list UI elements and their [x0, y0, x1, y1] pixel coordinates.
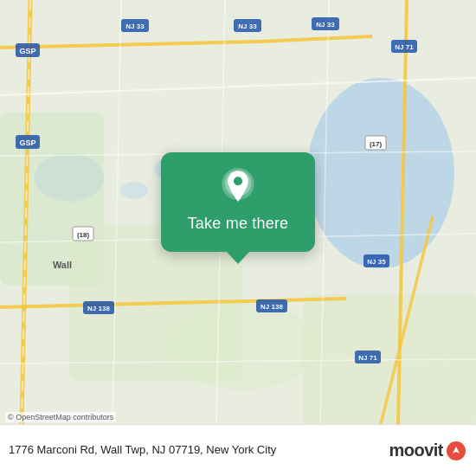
take-me-card[interactable]: Take me there: [161, 152, 315, 252]
moovit-text: moovit: [389, 441, 443, 460]
svg-point-1: [307, 78, 454, 268]
moovit-dot: [447, 441, 466, 460]
svg-point-8: [164, 303, 320, 389]
osm-attribution: © OpenStreetMap contributors: [5, 412, 116, 422]
svg-text:NJ 138: NJ 138: [261, 303, 283, 311]
location-pin-icon: [219, 168, 257, 206]
map-container: GSP GSP NJ 33 NJ 33 NJ 33 NJ 71 (17) (18…: [0, 0, 476, 424]
svg-point-50: [234, 177, 242, 185]
svg-text:GSP: GSP: [19, 138, 35, 147]
bottom-bar: 1776 Marconi Rd, Wall Twp, NJ 07719, New…: [0, 424, 476, 476]
svg-text:NJ 71: NJ 71: [358, 354, 377, 362]
svg-text:NJ 33: NJ 33: [125, 23, 145, 30]
svg-text:Wall: Wall: [53, 260, 72, 270]
svg-text:NJ 33: NJ 33: [316, 21, 335, 29]
svg-text:(18): (18): [77, 231, 90, 239]
take-me-label: Take me there: [188, 215, 289, 233]
svg-text:(17): (17): [370, 140, 383, 148]
address-text: 1776 Marconi Rd, Wall Twp, NJ 07719, New…: [9, 442, 382, 458]
svg-text:NJ 138: NJ 138: [87, 305, 110, 312]
svg-text:NJ 71: NJ 71: [395, 43, 414, 51]
svg-text:GSP: GSP: [19, 47, 35, 55]
svg-point-4: [120, 182, 148, 199]
svg-text:NJ 33: NJ 33: [238, 23, 257, 30]
moovit-logo: moovit: [389, 441, 466, 460]
svg-text:NJ 35: NJ 35: [367, 258, 386, 266]
